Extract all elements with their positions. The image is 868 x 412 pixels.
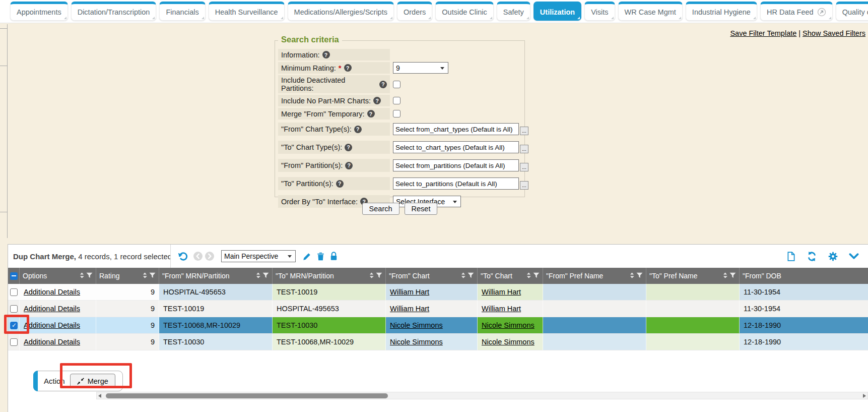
save-filter-template-link[interactable]: Save Filter Template <box>730 29 796 37</box>
column-header-to-mrn-partition[interactable]: "To" MRN/Partition <box>273 268 386 284</box>
filter-funnel-icon[interactable] <box>376 272 382 280</box>
sort-icon[interactable] <box>630 272 634 280</box>
tab-medications-allergies-scripts[interactable]: Medications/Allergies/Scripts <box>288 2 394 21</box>
column-header-to-pref-name[interactable]: "To" Pref Name <box>646 268 740 284</box>
header-select-all-checkbox[interactable] <box>10 272 18 280</box>
tab-wr-case-mgmt[interactable]: WR Case Mgmt <box>618 2 683 21</box>
search-button[interactable]: Search <box>362 203 399 215</box>
include-deactivated-checkbox[interactable] <box>393 81 400 88</box>
from-partitions-browse-button[interactable]: ... <box>520 163 528 171</box>
from-partitions-input[interactable] <box>393 159 519 171</box>
help-icon[interactable]: ? <box>336 180 344 188</box>
filter-funnel-icon[interactable] <box>729 272 736 280</box>
tab-appointments[interactable]: Appointments <box>10 2 68 21</box>
column-label: "To" MRN/Partition <box>276 272 367 280</box>
additional-details-link[interactable]: Additional Details <box>24 305 80 313</box>
minimum-rating-select[interactable]: 9 <box>393 62 448 74</box>
column-header-options[interactable]: Options <box>20 268 96 284</box>
filter-funnel-icon[interactable] <box>262 272 269 280</box>
tab-industrial-hygiene[interactable]: Industrial Hygiene <box>686 2 757 21</box>
sort-icon[interactable] <box>526 272 531 280</box>
column-header-to-chart[interactable]: "To" Chart <box>478 268 543 284</box>
sort-icon[interactable] <box>80 272 84 280</box>
column-header-from-mrn-partition[interactable]: "From" MRN/Partition <box>159 268 273 284</box>
left-rail-tick <box>0 66 7 66</box>
scroll-left-arrow[interactable] <box>98 394 101 398</box>
lock-icon[interactable] <box>330 252 338 261</box>
additional-details-link[interactable]: Additional Details <box>24 338 80 346</box>
gear-icon[interactable] <box>828 252 838 261</box>
sort-icon[interactable] <box>461 272 465 280</box>
scroll-right-arrow[interactable] <box>863 394 866 398</box>
undo-icon[interactable] <box>177 251 188 262</box>
reset-button[interactable]: Reset <box>405 203 438 215</box>
filter-funnel-icon[interactable] <box>86 272 93 280</box>
filter-funnel-icon[interactable] <box>533 272 540 280</box>
scrollbar-thumb[interactable] <box>106 393 388 398</box>
to-partitions-input[interactable] <box>393 178 519 190</box>
circle-arrow-icon[interactable] <box>817 8 826 17</box>
sort-icon[interactable] <box>369 272 374 280</box>
tab-visits[interactable]: Visits <box>584 2 615 21</box>
next-page-icon[interactable] <box>205 252 214 261</box>
tab-orders[interactable]: Orders <box>397 2 432 21</box>
additional-details-link[interactable]: Additional Details <box>24 321 80 329</box>
merge-from-temporary-checkbox[interactable] <box>393 110 400 117</box>
row-checkbox[interactable] <box>10 288 18 296</box>
additional-details-link[interactable]: Additional Details <box>24 288 80 296</box>
row-checkbox[interactable] <box>10 338 18 346</box>
to-chart-link[interactable]: William Hart <box>482 288 521 296</box>
filter-funnel-icon[interactable] <box>468 272 474 280</box>
help-icon[interactable]: ? <box>322 51 330 58</box>
tab-outside-clinic[interactable]: Outside Clinic <box>435 2 493 21</box>
from-chart-types-input[interactable] <box>393 123 519 135</box>
include-no-part-mr-checkbox[interactable] <box>393 97 400 104</box>
help-icon[interactable]: ? <box>345 144 352 151</box>
help-icon[interactable]: ? <box>344 64 352 72</box>
help-icon[interactable]: ? <box>379 81 387 88</box>
tab-dictation-transcription[interactable]: Dictation/Transcription <box>71 2 157 21</box>
tab-health-surveillance[interactable]: Health Surveillance <box>209 2 285 21</box>
show-saved-filters-link[interactable]: Show Saved Filters <box>803 29 865 37</box>
to-chart-link[interactable]: Nicole Simmons <box>482 338 535 346</box>
to-chart-link[interactable]: Nicole Simmons <box>482 321 535 329</box>
filter-funnel-icon[interactable] <box>636 272 643 280</box>
row-checkbox-checked[interactable] <box>10 322 18 329</box>
edit-pencil-icon[interactable] <box>303 252 311 261</box>
tab-utilization[interactable]: Utilization <box>533 2 581 21</box>
help-icon[interactable]: ? <box>367 110 375 117</box>
column-header-rating[interactable]: Rating <box>96 268 159 284</box>
refresh-icon[interactable] <box>807 251 817 262</box>
to-chart-types-input[interactable] <box>393 141 519 153</box>
from-chart-link[interactable]: Nicole Simmons <box>390 338 443 346</box>
from-chart-types-browse-button[interactable]: ... <box>520 127 528 135</box>
from-chart-link[interactable]: William Hart <box>390 305 429 313</box>
to-chart-link[interactable]: William Hart <box>482 305 521 313</box>
tab-safety[interactable]: Safety <box>497 2 530 21</box>
filter-funnel-icon[interactable] <box>149 272 156 280</box>
horizontal-scrollbar[interactable] <box>96 392 868 399</box>
help-icon[interactable]: ? <box>354 126 362 133</box>
sort-icon[interactable] <box>143 272 147 280</box>
help-icon[interactable]: ? <box>373 97 381 104</box>
merge-button[interactable]: Merge <box>70 374 115 388</box>
column-header-from-dob[interactable]: "From" DOB <box>740 268 868 284</box>
from-chart-link[interactable]: Nicole Simmons <box>390 321 443 329</box>
row-checkbox[interactable] <box>10 305 18 313</box>
perspective-select[interactable]: Main Perspective <box>221 250 296 262</box>
delete-trash-icon[interactable] <box>317 252 324 261</box>
to-chart-types-browse-button[interactable]: ... <box>520 145 528 153</box>
tab-quality-of-care[interactable]: Quality of Care <box>836 2 868 21</box>
help-icon[interactable]: ? <box>345 162 353 169</box>
prev-page-icon[interactable] <box>193 252 203 261</box>
sort-icon[interactable] <box>256 272 260 280</box>
column-header-from-chart[interactable]: "From" Chart <box>386 268 478 284</box>
to-partitions-browse-button[interactable]: ... <box>520 181 528 190</box>
tab-hr-data-feed[interactable]: HR Data Feed <box>760 2 833 21</box>
sort-icon[interactable] <box>723 272 727 280</box>
from-chart-link[interactable]: William Hart <box>390 288 429 296</box>
new-document-icon[interactable] <box>787 252 795 261</box>
column-header-from-pref-name[interactable]: "From" Pref Name <box>543 268 646 284</box>
tab-financials[interactable]: Financials <box>159 2 205 21</box>
chevron-down-icon[interactable] <box>849 253 859 260</box>
